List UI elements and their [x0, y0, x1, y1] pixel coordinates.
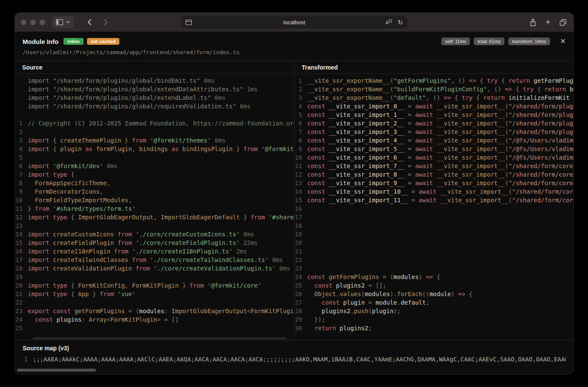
line-number: 9 [295, 145, 307, 153]
code-line: 27 const plugin = module.default; [295, 298, 574, 307]
line-number: 3 [15, 136, 28, 145]
transformed-code-viewer[interactable]: 1__vite_ssr_exportName__("getFormPlugins… [295, 74, 574, 340]
refresh-icon[interactable]: ↻ [397, 19, 403, 26]
source-pane-title: Source [15, 61, 294, 74]
code-line: 19 [15, 273, 294, 281]
sidebar-toggle-button[interactable] [52, 16, 74, 28]
line-number: 23 [295, 264, 307, 273]
source-code-viewer[interactable]: import "/shared/form/plugins/global/bind… [15, 74, 294, 340]
window-minimize-button[interactable] [30, 20, 36, 25]
chevron-right-icon [104, 19, 108, 26]
inline-badge: inline [64, 38, 84, 45]
line-number: 11 [15, 204, 28, 213]
code-line: 17import createTailwindClasses from './c… [15, 256, 294, 264]
code-line: 20 [295, 239, 574, 247]
code-line: 18 [295, 221, 574, 230]
code-line: 1// Copyright (C) 2012-2025 Zammad Found… [15, 119, 294, 128]
close-icon[interactable]: ✕ [560, 38, 566, 45]
window-close-button[interactable] [21, 20, 26, 25]
line-number: 17 [295, 213, 307, 221]
code-line: 8const __vite_ssr_import_4__ = await __v… [295, 136, 574, 145]
code-line: 8 FormAppSpecificTheme, [15, 179, 294, 187]
code-line: 14import createCustomIcons from './core/… [15, 230, 294, 239]
line-number: 19 [15, 273, 28, 281]
code-line: 7import type { [15, 170, 294, 179]
sourcemap-title: Source map (v3) [23, 345, 566, 352]
line-number: 12 [295, 170, 307, 179]
translate-icon[interactable]: A [385, 19, 392, 25]
tab-overview-button[interactable] [559, 19, 567, 26]
line-number: 1 [295, 76, 307, 85]
sidebar-icon [56, 19, 63, 25]
code-line: 10 FormFieldTypeImportModules, [15, 196, 294, 204]
line-number: 21 [295, 247, 307, 256]
code-line: 13const __vite_ssr_import_9__ = await __… [295, 179, 574, 187]
code-line: 16import createI18nPlugin from './core/c… [15, 247, 294, 256]
line-number: 8 [295, 136, 307, 145]
code-line: 10const __vite_ssr_import_6__ = await __… [295, 153, 574, 162]
code-line: 26 Object.values(modules).forEach((modul… [295, 290, 574, 298]
sourcemap-line: 1 ;;;AAEA;AAAkC;AAAA;AAAA;AAAA;AAClC;AAE… [23, 355, 566, 363]
line-number: 7 [15, 170, 28, 179]
pane-horizontal-scrollbar-thumb[interactable] [33, 338, 287, 339]
code-line: 1__vite_ssr_exportName__("getFormPlugins… [295, 76, 574, 85]
code-line: 15const __vite_ssr_import_11__ = await _… [295, 196, 574, 204]
code-line: 15import createFieldPlugin from './core/… [15, 239, 294, 247]
line-number: 10 [15, 196, 28, 204]
chevron-left-icon [87, 19, 92, 26]
line-number: 26 [295, 290, 307, 298]
line-number: 18 [295, 221, 307, 230]
sourcemap-mappings: ;;;AAEA;AAAkC;AAAA;AAAA;AAAA;AAClC;AAEA;… [33, 355, 566, 363]
line-number: 29 [295, 315, 307, 324]
sourcemap-section: Source map (v3) 1 ;;;AAEA;AAAkC;AAAA;AAA… [15, 340, 574, 374]
line-number: 28 [295, 307, 307, 315]
line-number: 19 [295, 230, 307, 239]
code-line: import "/shared/form/plugins/global/exte… [15, 93, 294, 102]
svg-text:A: A [385, 20, 389, 25]
code-line: import "/shared/form/plugins/global/exte… [15, 85, 294, 93]
line-number: 23 [15, 307, 28, 315]
code-line: 18import createValidationPlugin from './… [15, 264, 294, 273]
new-tab-button[interactable]: + [545, 18, 550, 26]
browser-window: localhost A ↻ [15, 13, 574, 374]
tab-overview-icon [559, 19, 567, 26]
horizontal-scrollbar-thumb[interactable] [17, 369, 96, 372]
code-line: 23export const getFormPlugins = (modules… [15, 307, 294, 315]
code-line: 30 return plugins2; [295, 324, 574, 332]
line-number: 6 [15, 162, 28, 170]
code-line: 21 [295, 247, 574, 256]
share-icon [530, 18, 536, 26]
line-number: 15 [295, 196, 307, 204]
timing-badges: self: 11ms total: 61ms transform: 14ms [441, 38, 550, 45]
line-number: 5 [295, 111, 307, 119]
window-zoom-button[interactable] [40, 20, 45, 25]
line-number: 25 [15, 324, 28, 332]
back-button[interactable] [83, 16, 96, 29]
code-line: 19 [295, 230, 574, 239]
address-bar[interactable]: localhost A ↻ [181, 16, 407, 29]
line-number: 17 [15, 256, 28, 264]
line-number: 1 [15, 119, 28, 128]
transformed-pane: Transformed 1__vite_ssr_exportName__("ge… [294, 61, 574, 340]
transformed-pane-title: Transformed [295, 61, 574, 74]
code-line: 4const __vite_ssr_import_0__ = await __v… [295, 102, 574, 111]
line-number: 22 [295, 256, 307, 264]
share-button[interactable] [530, 18, 536, 26]
forward-button[interactable] [99, 16, 112, 29]
code-line: 25 [15, 324, 294, 332]
traffic-lights [21, 20, 45, 25]
code-line: 5 [15, 153, 294, 162]
module-path: /Users/vladimir/Projects/zammad/app/fron… [23, 49, 566, 55]
code-line: 29 }); [295, 315, 574, 324]
not-cached-badge: not cached [87, 38, 119, 45]
line-number: 30 [295, 324, 307, 332]
timing-self-badge: self: 11ms [441, 38, 470, 45]
line-number: 5 [15, 153, 28, 162]
url-text[interactable]: localhost [181, 19, 407, 26]
line-number: 20 [295, 239, 307, 247]
code-line: import "/shared/form/plugins/global/requ… [15, 102, 294, 111]
code-line: 24const getFormPlugins = (modules) => { [295, 273, 574, 281]
code-line: 12import type { ImportGlobEagerOutput, I… [15, 213, 294, 221]
code-line: 3__vite_ssr_exportName__("default", () =… [295, 93, 574, 102]
timing-total-badge: total: 61ms [474, 38, 504, 45]
